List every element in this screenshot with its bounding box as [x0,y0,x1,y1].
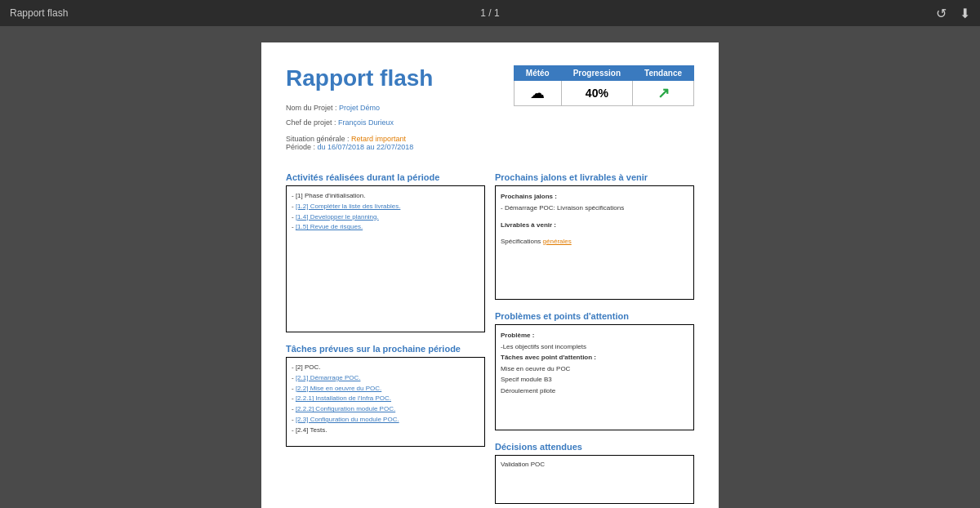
col-header-progression: Progression [561,66,632,81]
activity-item: - [1.2] Compléter la liste des livrables… [292,202,479,212]
col-header-meteo: Météo [514,66,561,81]
attention-item: Mise en oeuvre du POC [501,363,688,375]
refresh-icon[interactable]: ↺ [936,6,947,21]
periode-label: Période : [286,143,315,151]
progress-cell: 40% [561,81,632,106]
document: Rapport flash Météo Progression Tendance… [261,42,719,508]
pagination: 1 / 1 [480,7,499,19]
toolbar-icons: ↺ ⬇ [936,6,970,21]
decision-item: Validation POC [501,461,688,468]
task-item: - [2.3] Configuration du module POC. [292,415,479,426]
task-item: - [2] POC. [292,363,479,373]
trend-cell: ↗ [633,81,694,106]
activities-box: - [1] Phase d'initialisation.- [1.2] Com… [286,185,485,332]
situation-label: Situation générale : [286,135,350,143]
task-item: - [2.2] Mise en oeuvre du POC. [292,384,479,394]
project-value: Projet Démo [339,104,380,112]
deliverables-note: Spécifications générales [501,236,688,247]
main-area: Rapport flash Météo Progression Tendance… [0,26,980,508]
task-item: - [2.2.1] Installation de l'Infra POC. [292,394,479,404]
activity-item: - [1.5] Revue de risques. [292,222,479,233]
download-icon[interactable]: ⬇ [960,6,970,21]
problems-box: Problème :-Les objectifs sont incomplets… [495,324,694,430]
col-right: Prochains jalons et livrables à venir Pr… [495,161,694,504]
tasks-box: - [2] POC.- [2.1] Démarrage POC.- [2.2] … [286,357,485,447]
task-item: - [2.4] Tests. [292,426,479,436]
task-item: - [2.1] Démarrage POC. [292,373,479,384]
attention-item: Déroulement pilote [501,385,688,397]
activity-item: - [1] Phase d'initialisation. [292,191,479,202]
two-col-layout: Activités réalisées durant la période - … [286,161,694,504]
tasks-title: Tâches prévues sur la prochaine période [286,344,485,354]
milestones-subtitle: Prochains jalons : [501,191,688,203]
chef-label: Chef de projet : [286,118,336,127]
col-header-tendance: Tendance [633,66,694,81]
decisions-box: Validation POC [495,455,694,504]
milestones-box: Prochains jalons :- Démarrage POC: Livra… [495,185,694,300]
task-item: - [2.2.2] Configuration module POC. [292,404,479,415]
problem-item: -Les objectifs sont incomplets [501,341,688,353]
project-label: Nom du Projet : [286,104,337,112]
activity-item: - [1.4] Developper le planning. [292,212,479,223]
periode-line: Période : du 16/07/2018 au 22/07/2018 [286,143,694,151]
status-table-wrap: Météo Progression Tendance ☁ 40% [514,65,694,106]
trend-arrow: ↗ [657,85,670,101]
situation-value: Retard important [351,135,406,143]
deliverables-subtitle: Livrables à venir : [501,220,688,231]
decisions-title: Décisions attendues [495,442,694,452]
problems-title: Problèmes et points d'attention [495,311,694,321]
app-title: Rapport flash [10,7,68,19]
periode-value: du 16/07/2018 au 22/07/2018 [318,143,414,151]
col-left: Activités réalisées durant la période - … [286,161,485,504]
situation-line: Situation générale : Retard important [286,135,694,143]
attention-item: Specif module B3 [501,374,688,385]
problem-subtitle: Problème : [501,330,688,341]
chef-info: Chef de projet : François Durieux [286,118,694,129]
chef-value: François Durieux [338,118,394,127]
progress-value: 40% [586,87,608,100]
status-table: Météo Progression Tendance ☁ 40% [514,65,694,106]
activities-title: Activités réalisées durant la période [286,172,485,182]
milestones-title: Prochains jalons et livrables à venir [495,172,694,182]
top-bar: Rapport flash 1 / 1 ↺ ⬇ [0,0,980,26]
weather-cell: ☁ [514,81,561,106]
weather-icon: ☁ [530,85,545,101]
milestone-item: - Démarrage POC: Livraison spécification… [501,203,688,214]
attention-subtitle: Tâches avec point d'attention : [501,352,688,363]
